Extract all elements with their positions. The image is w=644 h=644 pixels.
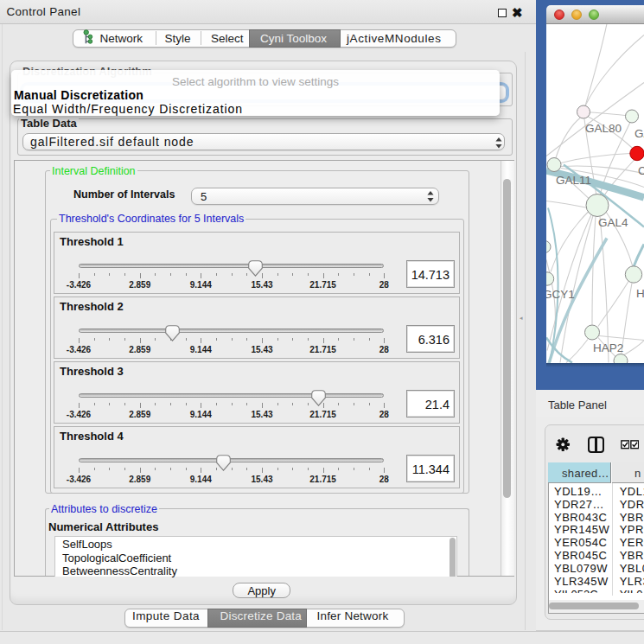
svg-text:GAL80: GAL80: [585, 121, 622, 134]
svg-text:GAL4: GAL4: [598, 215, 628, 228]
svg-text:HI: HI: [636, 286, 644, 299]
svg-text:CR: CR: [638, 163, 644, 176]
svg-text:GA: GA: [634, 126, 644, 139]
svg-text:HAP2: HAP2: [593, 341, 623, 354]
svg-text:GAL11: GAL11: [556, 173, 591, 186]
svg-text:GCY1: GCY1: [546, 287, 575, 300]
